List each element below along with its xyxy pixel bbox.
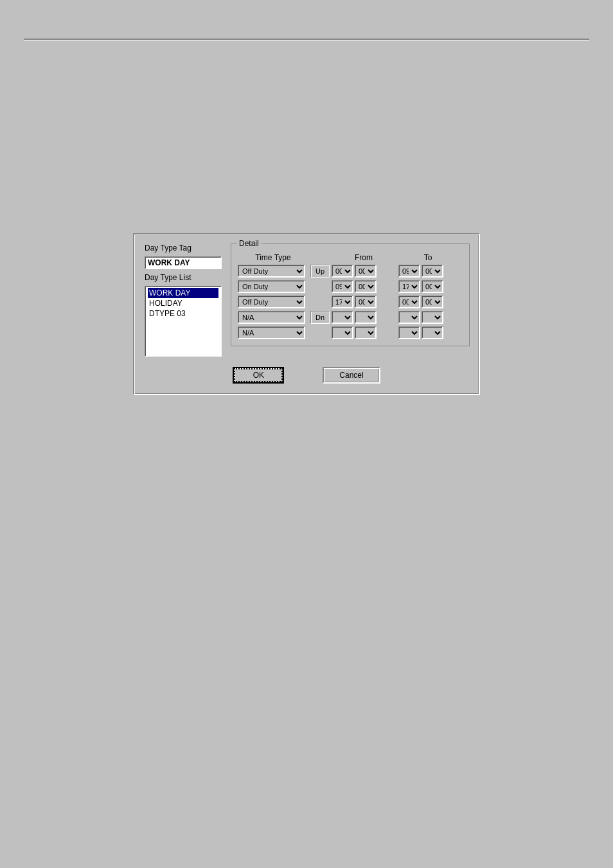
to-h-2[interactable]: 0001020304050607080910111213141516171819… (398, 280, 420, 293)
from-m-2[interactable]: 00153045 (355, 280, 377, 293)
to-m-3[interactable]: 00153045 (422, 296, 443, 308)
detail-title: Detail (236, 239, 262, 248)
cancel-button[interactable]: Cancel (323, 367, 380, 384)
to-h-1[interactable]: 0001020304050607080910111213141516171819… (398, 265, 420, 278)
type-select-5[interactable]: Off Duty On Duty N/A (238, 326, 305, 339)
to-h-5[interactable] (398, 326, 420, 339)
cell-from-3: 0001020304050607080910111213141516171819… (332, 296, 396, 308)
left-panel: Day Type Tag WORK DAY Day Type List WORK… (145, 244, 222, 357)
dn-button[interactable]: Dn (310, 311, 330, 324)
to-h-4[interactable] (398, 311, 420, 324)
cell-to-3: 0001020304050607080910111213141516171819… (398, 296, 463, 308)
header-to: To (396, 253, 460, 262)
from-m-5[interactable] (355, 326, 377, 339)
header-from: From (332, 253, 396, 262)
detail-row-5: Off Duty On Duty N/A (238, 326, 463, 339)
cell-from-4 (332, 311, 396, 324)
list-item-dtype03[interactable]: DTYPE 03 (148, 308, 218, 319)
to-m-4[interactable] (422, 311, 443, 324)
detail-panel: Detail Time Type From To Off Duty (231, 244, 470, 346)
type-select-3[interactable]: Off Duty On Duty N/A (238, 296, 305, 308)
from-h-3[interactable]: 0001020304050607080910111213141516171819… (332, 296, 353, 308)
from-h-2[interactable]: 0001020304050607080910111213141516171819… (332, 280, 353, 293)
day-type-tag-value: WORK DAY (145, 256, 222, 269)
cell-type-5[interactable]: Off Duty On Duty N/A (238, 326, 308, 339)
detail-row-4: Off Duty On Duty N/A Dn (238, 311, 463, 324)
from-m-4[interactable] (355, 311, 377, 324)
to-h-3[interactable]: 0001020304050607080910111213141516171819… (398, 296, 420, 308)
from-h-4[interactable] (332, 311, 353, 324)
day-type-list-label: Day Type List (145, 273, 222, 282)
cell-from-5 (332, 326, 396, 339)
cell-updn-4[interactable]: Dn (308, 311, 332, 324)
from-h-5[interactable] (332, 326, 353, 339)
detail-header: Time Type From To (238, 253, 463, 262)
ok-button[interactable]: OK (233, 367, 284, 384)
cell-type-1[interactable]: Off Duty On Duty N/A (238, 265, 308, 278)
cell-type-2[interactable]: Off Duty On Duty N/A (238, 280, 308, 293)
cell-to-4 (398, 311, 463, 324)
from-h-1[interactable]: 0001020304050607080910111213141516171819… (332, 265, 353, 278)
dialog-buttons: OK Cancel (145, 367, 468, 384)
dialog: Day Type Tag WORK DAY Day Type List WORK… (133, 233, 480, 395)
detail-rows: Off Duty On Duty N/A Up 0001020304050607… (238, 265, 463, 339)
cell-type-3[interactable]: Off Duty On Duty N/A (238, 296, 308, 308)
from-m-1[interactable]: 00153045 (355, 265, 377, 278)
cell-updn-1[interactable]: Up (308, 265, 332, 278)
cell-to-1: 0001020304050607080910111213141516171819… (398, 265, 463, 278)
top-rule (24, 39, 589, 40)
list-item-holiday[interactable]: HOLIDAY (148, 298, 218, 308)
from-m-3[interactable]: 00153045 (355, 296, 377, 308)
dialog-inner: Day Type Tag WORK DAY Day Type List WORK… (145, 244, 468, 357)
cell-type-4[interactable]: Off Duty On Duty N/A (238, 311, 308, 324)
day-type-list[interactable]: WORK DAY HOLIDAY DTYPE 03 (145, 286, 222, 357)
to-m-2[interactable]: 00153045 (422, 280, 443, 293)
to-m-1[interactable]: 00153045 (422, 265, 443, 278)
list-item-workday[interactable]: WORK DAY (148, 288, 218, 298)
type-select-4[interactable]: Off Duty On Duty N/A (238, 311, 305, 324)
detail-row-2: Off Duty On Duty N/A 0001020304050607080… (238, 280, 463, 293)
cell-from-2: 0001020304050607080910111213141516171819… (332, 280, 396, 293)
cell-to-5 (398, 326, 463, 339)
cell-from-1: 0001020304050607080910111213141516171819… (332, 265, 396, 278)
type-select-1[interactable]: Off Duty On Duty N/A (238, 265, 305, 278)
to-m-5[interactable] (422, 326, 443, 339)
type-select-2[interactable]: Off Duty On Duty N/A (238, 280, 305, 293)
detail-row-1: Off Duty On Duty N/A Up 0001020304050607… (238, 265, 463, 278)
detail-row-3: Off Duty On Duty N/A 0001020304050607080… (238, 296, 463, 308)
cell-to-2: 0001020304050607080910111213141516171819… (398, 280, 463, 293)
up-button[interactable]: Up (310, 265, 330, 278)
day-type-tag-label: Day Type Tag (145, 244, 222, 252)
header-time-type: Time Type (238, 253, 308, 262)
